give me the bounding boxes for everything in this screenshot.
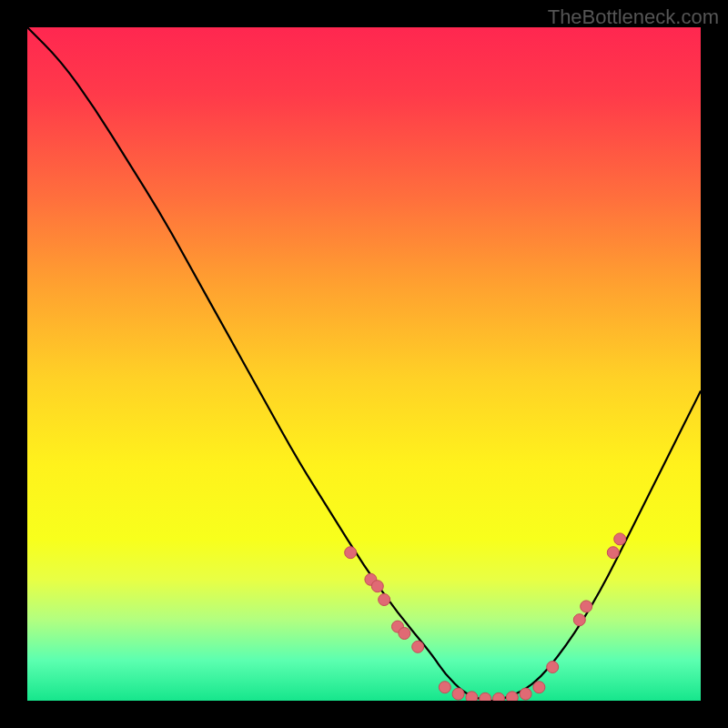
data-point xyxy=(452,688,464,700)
data-point xyxy=(345,547,357,559)
data-point xyxy=(480,693,491,701)
data-point xyxy=(371,581,383,592)
chart-plot-area xyxy=(27,27,701,701)
data-point xyxy=(547,662,559,673)
data-point xyxy=(573,614,585,626)
data-point xyxy=(520,688,531,700)
data-point xyxy=(533,682,545,693)
data-point xyxy=(466,692,478,701)
data-point xyxy=(439,682,450,693)
data-point xyxy=(493,693,505,701)
data-point xyxy=(412,641,424,652)
data-point xyxy=(399,628,410,640)
chart-svg xyxy=(27,27,701,701)
watermark-text: TheBottleneck.com xyxy=(548,5,719,29)
data-point xyxy=(607,547,619,559)
data-point xyxy=(581,601,592,612)
data-point xyxy=(614,533,626,545)
data-point xyxy=(506,692,518,701)
data-markers xyxy=(345,533,626,701)
data-point xyxy=(379,594,390,606)
bottleneck-curve xyxy=(27,27,701,701)
